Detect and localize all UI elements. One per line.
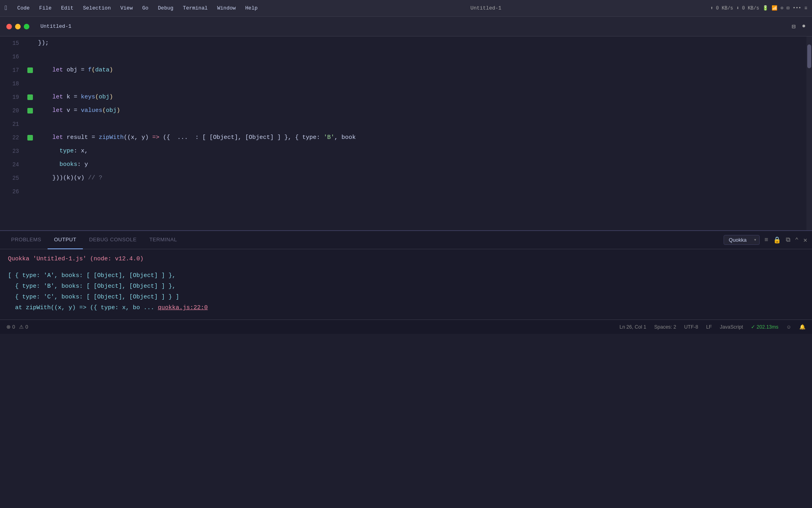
line-number: 20 bbox=[0, 108, 25, 114]
window-title: Untitled-1 bbox=[263, 5, 709, 11]
line-number: 23 bbox=[0, 148, 25, 154]
kb-up-icon: ⬆ 0 KB/s bbox=[710, 5, 733, 11]
warning-icon: ⚠ bbox=[19, 324, 24, 330]
more-icon: ••• bbox=[793, 6, 801, 11]
output-line: { type: 'C', books: [ [Object], [Object]… bbox=[8, 292, 804, 302]
file-tab[interactable]: Untitled-1 bbox=[36, 22, 76, 31]
line-number: 22 bbox=[0, 135, 25, 141]
minimize-button[interactable] bbox=[15, 24, 21, 29]
code-line-20: 20 let v = values(obj) bbox=[0, 104, 812, 117]
gutter-dot bbox=[25, 135, 35, 140]
code-line-25: 25 }))(k)(v) // ? bbox=[0, 171, 812, 185]
wrap-lines-icon[interactable]: ≡ bbox=[764, 237, 768, 244]
status-bar: ⊗ 0 ⚠ 0 Ln 26, Col 1 Spaces: 2 UTF-8 LF … bbox=[0, 319, 812, 334]
menu-view[interactable]: View bbox=[116, 4, 136, 12]
code-text: let v = values(obj) bbox=[35, 104, 812, 117]
status-eol[interactable]: LF bbox=[706, 324, 712, 330]
code-text: }); bbox=[35, 37, 812, 50]
list-icon: ≡ bbox=[804, 6, 807, 11]
code-lines: 15});1617 let obj = f(data)1819 let k = … bbox=[0, 37, 812, 198]
menu-code[interactable]: Code bbox=[13, 4, 34, 12]
title-bar: Untitled-1 ⊟ ● bbox=[0, 17, 812, 37]
maximize-button[interactable] bbox=[24, 24, 29, 29]
breakpoint-dot bbox=[27, 67, 33, 73]
code-text: let result = zipWith((x, y) => ({ ... : … bbox=[35, 131, 812, 144]
close-button[interactable] bbox=[6, 24, 12, 29]
lock-icon[interactable]: 🔒 bbox=[773, 236, 781, 244]
tab-problems[interactable]: PROBLEMS bbox=[5, 231, 48, 249]
scrollbar-thumb[interactable] bbox=[807, 44, 811, 68]
panel-source-selector[interactable]: Quokka ▾ bbox=[724, 235, 760, 245]
code-line-19: 19 let k = keys(obj) bbox=[0, 90, 812, 104]
line-number: 18 bbox=[0, 81, 25, 87]
status-feedback-icon[interactable]: ☺ bbox=[786, 324, 791, 330]
menu-go[interactable]: Go bbox=[138, 4, 153, 12]
gutter-dot bbox=[25, 108, 35, 114]
error-count: 0 bbox=[12, 324, 15, 330]
code-area[interactable]: 15});1617 let obj = f(data)1819 let k = … bbox=[0, 37, 812, 230]
status-language[interactable]: JavaScript bbox=[720, 324, 743, 330]
chevron-up-icon[interactable]: ⌃ bbox=[795, 236, 799, 244]
copy-icon[interactable]: ⧉ bbox=[786, 236, 790, 244]
panel-output-content: Quokka 'Untitled-1.js' (node: v12.4.0) [… bbox=[0, 249, 812, 319]
breakpoint-dot bbox=[27, 135, 33, 140]
menu-help[interactable]: Help bbox=[241, 4, 262, 12]
menubar-right-icons: ⬆ 0 KB/s ⬇ 0 KB/s 🔋 📶 ⊙ ⊡ ••• ≡ bbox=[710, 5, 807, 11]
menu-file[interactable]: File bbox=[35, 4, 56, 12]
status-spaces[interactable]: Spaces: 2 bbox=[654, 324, 676, 330]
code-line-22: 22 let result = zipWith((x, y) => ({ ...… bbox=[0, 131, 812, 144]
quokka-header: Quokka 'Untitled-1.js' (node: v12.4.0) bbox=[8, 256, 804, 262]
output-panel: PROBLEMS OUTPUT DEBUG CONSOLE TERMINAL Q… bbox=[0, 230, 812, 319]
menu-edit[interactable]: Edit bbox=[57, 4, 77, 12]
line-number: 15 bbox=[0, 40, 25, 46]
breakpoint-dot bbox=[27, 108, 33, 114]
status-bell-icon[interactable]: 🔔 bbox=[799, 324, 806, 330]
menu-bar:  Code File Edit Selection View Go Debug… bbox=[0, 0, 812, 17]
warning-count: 0 bbox=[25, 324, 28, 330]
tab-terminal[interactable]: TERMINAL bbox=[143, 231, 184, 249]
tab-output[interactable]: OUTPUT bbox=[48, 231, 82, 249]
breakpoint-dot bbox=[27, 94, 33, 100]
traffic-lights bbox=[6, 24, 29, 29]
code-line-21: 21 bbox=[0, 117, 812, 131]
code-text: let obj = f(data) bbox=[35, 64, 812, 77]
line-number: 21 bbox=[0, 121, 25, 127]
menu-window[interactable]: Window bbox=[213, 4, 240, 12]
line-number: 16 bbox=[0, 54, 25, 60]
titlebar-right-buttons: ⊟ ● bbox=[792, 23, 806, 31]
more-actions-icon[interactable]: ● bbox=[802, 23, 806, 31]
close-panel-icon[interactable]: ✕ bbox=[803, 236, 807, 244]
status-encoding[interactable]: UTF-8 bbox=[684, 324, 698, 330]
panel-controls: Quokka ▾ ≡ 🔒 ⧉ ⌃ ✕ bbox=[724, 235, 807, 245]
apple-menu[interactable]:  bbox=[5, 5, 9, 12]
editor: 15});1617 let obj = f(data)1819 let k = … bbox=[0, 37, 812, 230]
status-timing: ✓ 202.13ms bbox=[751, 324, 778, 330]
line-number: 17 bbox=[0, 67, 25, 73]
cast-icon: ⊙ bbox=[781, 5, 783, 11]
kb-down-icon: ⬇ 0 KB/s bbox=[736, 5, 759, 11]
code-line-15: 15}); bbox=[0, 37, 812, 50]
tab-debug-console[interactable]: DEBUG CONSOLE bbox=[83, 231, 143, 249]
status-position[interactable]: Ln 26, Col 1 bbox=[619, 324, 646, 330]
wifi-icon: 📶 bbox=[772, 5, 778, 11]
code-line-17: 17 let obj = f(data) bbox=[0, 64, 812, 77]
panel-tab-bar: PROBLEMS OUTPUT DEBUG CONSOLE TERMINAL Q… bbox=[0, 231, 812, 249]
code-text: let k = keys(obj) bbox=[35, 90, 812, 104]
menu-selection[interactable]: Selection bbox=[79, 4, 115, 12]
output-source-dropdown[interactable]: Quokka bbox=[724, 235, 760, 245]
line-number: 26 bbox=[0, 189, 25, 195]
code-text: type: x, bbox=[35, 144, 812, 158]
menu-debug[interactable]: Debug bbox=[154, 4, 177, 12]
quokka-file-link[interactable]: quokka.js:22:0 bbox=[158, 304, 208, 311]
gutter-dot bbox=[25, 67, 35, 73]
code-line-24: 24 books: y bbox=[0, 158, 812, 171]
split-editor-icon[interactable]: ⊟ bbox=[792, 23, 796, 31]
output-line: { type: 'B', books: [ [Object], [Object]… bbox=[8, 281, 804, 292]
status-errors[interactable]: ⊗ 0 ⚠ 0 bbox=[6, 324, 28, 330]
editor-scrollbar[interactable] bbox=[806, 37, 812, 230]
code-text: books: y bbox=[35, 158, 812, 171]
battery-icon: 🔋 bbox=[762, 5, 768, 11]
output-line: [ { type: 'A', books: [ [Object], [Objec… bbox=[8, 270, 804, 281]
menu-terminal[interactable]: Terminal bbox=[179, 4, 211, 12]
output-lines: [ { type: 'A', books: [ [Object], [Objec… bbox=[8, 270, 804, 313]
